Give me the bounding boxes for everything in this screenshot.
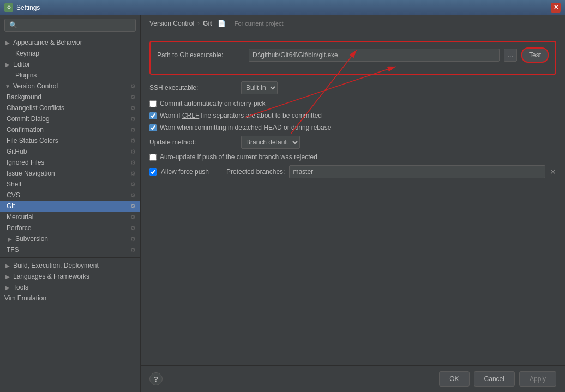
search-box[interactable]: 🔍 [4,19,136,32]
auto-update-label: Auto-update if push of the current branc… [160,153,317,161]
expand-arrow-vc: ▼ [4,83,11,89]
sidebar-item-file-status[interactable]: File Status Colors ⚙ [0,135,140,146]
protected-branches-clear[interactable]: ✕ [550,167,556,176]
help-button[interactable]: ? [149,372,163,385]
sidebar-item-shelf[interactable]: Shelf ⚙ [0,179,140,190]
settings-icon-conf: ⚙ [130,126,136,134]
sidebar-item-version-control[interactable]: ▼ Version Control ⚙ [0,81,140,92]
sidebar-item-tfs[interactable]: TFS ⚙ [0,244,140,255]
settings-icon-sh: ⚙ [130,181,136,188]
sidebar-item-label: Confirmation [7,126,44,134]
path-label: Path to Git executable: [157,51,244,59]
settings-icon-if: ⚙ [130,159,136,166]
update-method-dropdown[interactable]: Branch default [241,136,300,149]
cherry-pick-label: Commit automatically on cherry-pick [160,100,265,107]
ssh-row: SSH executable: Built-in [149,81,556,94]
content-area: Version Control › Git 📄 For current proj… [141,15,565,392]
expand-arrow-build: ▶ [4,262,11,269]
sidebar-item-label: Version Control [13,82,58,90]
apply-button[interactable]: Apply [519,371,556,387]
settings-icon-cl: ⚙ [130,105,136,112]
sidebar-item-commit-dialog[interactable]: Commit Dialog ⚙ [0,113,140,124]
sidebar-item-label: Ignored Files [7,159,44,166]
force-push-checkbox[interactable] [149,168,157,176]
sidebar-item-label: Vim Emulation [4,294,46,302]
sidebar-item-mercurial[interactable]: Mercurial ⚙ [0,212,140,222]
sidebar-item-changelist[interactable]: Changelist Conflicts ⚙ [0,102,140,113]
path-input[interactable] [249,49,500,62]
sidebar-item-confirmation[interactable]: Confirmation ⚙ [0,124,140,135]
expand-arrow-editor: ▶ [4,61,11,68]
sidebar-item-perforce[interactable]: Perforce ⚙ [0,222,140,233]
sidebar-item-languages[interactable]: ▶ Languages & Frameworks [0,271,140,282]
sidebar-item-keymap[interactable]: Keymap [0,48,140,59]
sidebar-item-label: Editor [13,61,30,68]
detached-head-checkbox[interactable] [149,124,157,131]
sidebar-item-label: Commit Dialog [7,115,50,123]
crlf-label: Warn if CRLF line separators are about t… [160,112,322,119]
breadcrumb-git: Git [203,20,212,27]
ok-button[interactable]: OK [439,371,469,387]
sidebar-item-ignored[interactable]: Ignored Files ⚙ [0,157,140,168]
sidebar-item-issue-nav[interactable]: Issue Navigation ⚙ [0,168,140,179]
sidebar-item-label: Languages & Frameworks [13,273,89,280]
breadcrumb-vc: Version Control [149,20,194,27]
sidebar-item-editor[interactable]: ▶ Editor [0,59,140,70]
settings-icon-p4: ⚙ [130,225,136,232]
sidebar-item-build[interactable]: ▶ Build, Execution, Deployment [0,260,140,271]
sidebar-item-plugins[interactable]: Plugins [0,70,140,81]
detached-head-row: Warn when committing in detached HEAD or… [149,124,556,131]
sidebar-item-label: Background [7,93,41,101]
auto-update-checkbox[interactable] [149,154,157,161]
content-panel: Path to Git executable: ... Test SSH exe… [141,32,565,365]
expand-arrow-tools: ▶ [4,284,11,291]
test-button[interactable]: Test [521,47,549,63]
settings-icon-git: ⚙ [130,203,136,210]
sidebar-item-cvs[interactable]: CVS ⚙ [0,190,140,201]
sidebar-item-label: Subversion [15,235,48,243]
sidebar-item-vim[interactable]: Vim Emulation [0,293,140,304]
footer: ? OK Cancel Apply [141,365,565,392]
window-title: Settings [16,4,551,11]
search-input[interactable] [20,21,131,29]
settings-icon-vc: ⚙ [130,83,136,90]
ssh-label: SSH executable: [149,84,237,92]
ellipsis-button[interactable]: ... [504,49,517,62]
breadcrumb: Version Control › Git 📄 For current proj… [141,15,565,32]
sidebar-item-appearance[interactable]: ▶ Appearance & Behavior [0,37,140,48]
sidebar: 🔍 ▶ Appearance & Behavior Keymap ▶ Edito… [0,15,141,392]
protected-branches-input[interactable] [289,165,545,178]
path-row: Path to Git executable: ... Test [157,47,549,63]
sidebar-item-label: Keymap [15,50,39,57]
sidebar-item-tools[interactable]: ▶ Tools [0,282,140,293]
sidebar-item-label: File Status Colors [7,137,58,144]
sidebar-item-label: Perforce [7,224,31,232]
sidebar-item-label: Changelist Conflicts [7,104,64,112]
settings-icon-hg: ⚙ [130,214,136,221]
cancel-button[interactable]: Cancel [474,371,515,387]
sidebar-item-label: Shelf [7,180,21,188]
settings-icon-in: ⚙ [130,170,136,177]
close-button[interactable]: ✕ [551,3,561,13]
ssh-dropdown[interactable]: Built-in [241,81,278,94]
path-highlight-box: Path to Git executable: ... Test [149,41,556,75]
main-container: 🔍 ▶ Appearance & Behavior Keymap ▶ Edito… [0,15,565,392]
crlf-checkbox[interactable] [149,112,157,119]
sidebar-item-label: Git [7,202,15,210]
sidebar-item-subversion[interactable]: ▶ Subversion ⚙ [0,233,140,244]
sidebar-item-github[interactable]: GitHub ⚙ [0,146,140,157]
settings-icon-gh: ⚙ [130,148,136,155]
protected-branches-label: Protected branches: [226,168,285,176]
sidebar-item-label: Mercurial [7,213,33,221]
expand-arrow-svn: ▶ [7,236,13,242]
update-method-label: Update method: [149,138,237,146]
file-icon: 📄 [218,20,226,27]
sidebar-item-git[interactable]: Git ⚙ [0,201,140,212]
sidebar-item-label: Appearance & Behavior [13,39,82,46]
auto-update-row: Auto-update if push of the current branc… [149,153,556,161]
cherry-pick-checkbox[interactable] [149,100,157,107]
test-circle-wrap: Test [521,47,549,63]
cherry-pick-row: Commit automatically on cherry-pick [149,100,556,107]
title-bar: ⚙ Settings ✕ [0,0,565,15]
sidebar-item-background[interactable]: Background ⚙ [0,92,140,102]
